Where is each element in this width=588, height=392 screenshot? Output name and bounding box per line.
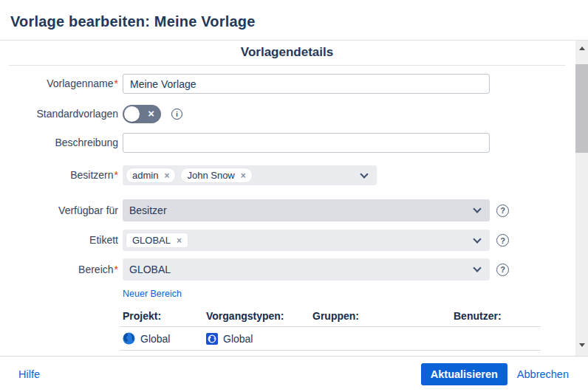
selected-value: Besitzer — [129, 204, 167, 216]
table-header-row: Projekt: Vorgangstypen: Gruppen: Benutze… — [120, 307, 541, 327]
toggle-off-x-icon: × — [148, 105, 154, 123]
chevron-down-icon — [473, 264, 481, 272]
edit-template-dialog: Vorlage bearbeiten: Meine Vorlage Vorlag… — [0, 0, 588, 392]
form-row-owners: Besitzern* admin × John Snow × — [0, 165, 575, 185]
cancel-link[interactable]: Abbrechen — [517, 368, 569, 380]
etikett-tag-global: GLOBAL × — [126, 233, 188, 248]
globe-icon — [123, 332, 135, 345]
cell-text: Global — [223, 333, 253, 345]
selected-value: GLOBAL — [129, 264, 171, 275]
help-question-icon[interactable]: ? — [496, 264, 509, 276]
label-text: Bereich — [78, 264, 113, 275]
chevron-down-icon — [360, 170, 368, 178]
help-question-icon[interactable]: ? — [496, 234, 509, 247]
tag-text: John Snow — [187, 170, 234, 181]
column-header-vorgangstypen: Vorgangstypen: — [206, 310, 312, 322]
owners-multiselect[interactable]: admin × John Snow × — [123, 165, 377, 185]
column-header-projekt: Projekt: — [123, 310, 206, 322]
default-templates-toggle[interactable]: × — [123, 105, 161, 123]
owner-tag-john-snow: John Snow × — [180, 168, 252, 183]
help-link[interactable]: Hilfe — [18, 368, 40, 380]
owners-label: Besitzern* — [0, 169, 118, 182]
triangle-down-icon — [579, 343, 585, 347]
available-for-label: Verfügbar für — [0, 204, 118, 217]
default-templates-label: Standardvorlagen — [0, 108, 118, 120]
info-icon-glyph: i — [176, 111, 178, 118]
cell-projekt: Global — [123, 332, 206, 345]
globe-grid-icon — [206, 333, 218, 345]
template-name-input[interactable] — [123, 74, 490, 94]
vertical-scrollbar[interactable] — [575, 41, 588, 356]
bereich-label: Bereich* — [0, 264, 118, 276]
description-label: Beschreibung — [0, 137, 118, 149]
label-text: Besitzern — [70, 169, 113, 181]
etikett-multiselect[interactable]: GLOBAL × — [123, 230, 490, 251]
form-row-description: Beschreibung — [0, 133, 575, 153]
dialog-footer: Hilfe Aktualisieren Abbrechen — [0, 356, 588, 392]
label-text: Vorlagenname — [47, 78, 113, 89]
tag-text: GLOBAL — [132, 235, 171, 246]
dialog-title: Vorlage bearbeiten: Meine Vorlage — [10, 13, 256, 30]
form-row-template-name: Vorlagenname* — [0, 74, 575, 94]
remove-tag-icon[interactable]: × — [177, 235, 182, 246]
required-asterisk: * — [114, 78, 118, 89]
chevron-down-icon — [473, 204, 481, 213]
column-header-gruppen: Gruppen: — [312, 310, 454, 322]
form-row-available-for: Verfügbar für Besitzer ? — [0, 199, 575, 221]
owner-tag-admin: admin × — [126, 168, 176, 183]
toggle-knob — [124, 106, 140, 122]
description-input[interactable] — [123, 133, 490, 153]
question-glyph: ? — [500, 236, 505, 245]
dialog-body: Vorlagendetails Vorlagenname* Standardvo… — [0, 41, 588, 356]
form-row-new-scope: Neuer Bereich — [0, 286, 575, 300]
triangle-up-icon — [579, 47, 585, 50]
remove-tag-icon[interactable]: × — [241, 171, 246, 181]
form-row-default-templates: Standardvorlagen × i — [0, 105, 575, 123]
table-row: Global Global — [120, 327, 541, 351]
remove-tag-icon[interactable]: × — [164, 171, 169, 181]
dialog-header: Vorlage bearbeiten: Meine Vorlage — [0, 0, 588, 41]
dialog-content: Vorlagendetails Vorlagenname* Standardvo… — [0, 41, 575, 356]
help-question-icon[interactable]: ? — [496, 204, 509, 217]
column-header-benutzer: Benutzer: — [454, 310, 543, 322]
cell-text: Global — [140, 333, 170, 345]
required-asterisk: * — [114, 169, 118, 181]
scrollbar-thumb[interactable] — [575, 64, 588, 153]
new-scope-link[interactable]: Neuer Bereich — [123, 289, 182, 299]
etikett-label: Etikett — [0, 234, 118, 247]
update-button[interactable]: Aktualisieren — [421, 363, 507, 385]
cell-vorgangstypen: Global — [206, 333, 312, 345]
scrollbar-down-arrow[interactable] — [575, 339, 588, 351]
form-row-etikett: Etikett GLOBAL × ? — [0, 230, 575, 251]
section-title: Vorlagendetails — [9, 41, 565, 66]
info-icon[interactable]: i — [171, 109, 182, 120]
form-row-bereich: Bereich* GLOBAL ? — [0, 258, 575, 281]
question-glyph: ? — [500, 206, 505, 215]
tag-text: admin — [132, 170, 158, 181]
permissions-table: Projekt: Vorgangstypen: Gruppen: Benutze… — [120, 307, 541, 351]
available-for-select[interactable]: Besitzer — [123, 199, 490, 221]
template-name-label: Vorlagenname* — [0, 78, 118, 90]
bereich-select[interactable]: GLOBAL — [123, 258, 490, 281]
scrollbar-up-arrow[interactable] — [575, 42, 588, 55]
chevron-down-icon — [473, 235, 481, 243]
question-glyph: ? — [500, 265, 505, 274]
required-asterisk: * — [114, 264, 118, 275]
